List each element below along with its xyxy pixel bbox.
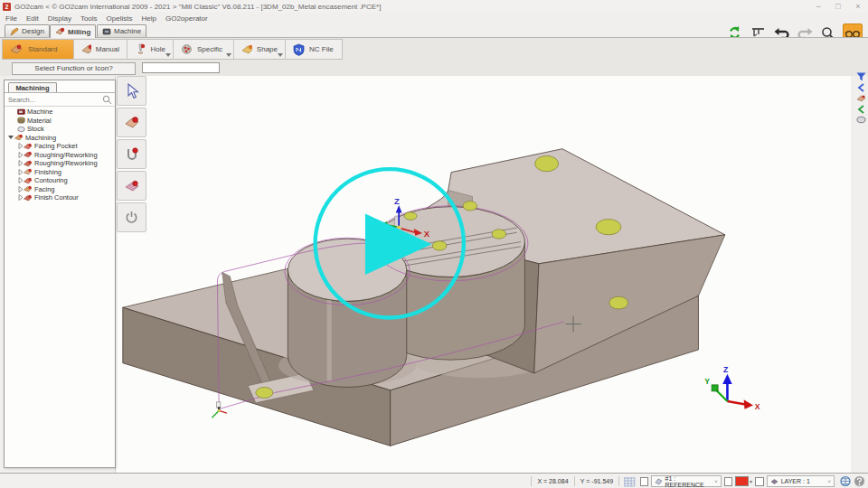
tree-label: Finish Contour	[34, 193, 79, 202]
specific-dropdown-caret[interactable]	[226, 53, 231, 57]
tree-label: Machining	[25, 134, 56, 142]
operation-icon	[24, 185, 33, 192]
stock-ring-button[interactable]	[855, 115, 867, 125]
category-standard[interactable]: Standard	[3, 40, 74, 59]
category-hole-label: Hole	[151, 45, 165, 53]
tool-definition-button[interactable]	[117, 108, 146, 137]
milling-tool-icon	[55, 27, 65, 36]
shape-dropdown-caret[interactable]	[278, 53, 283, 57]
tab-machine[interactable]: Machine	[97, 24, 146, 37]
category-specific-label: Specific	[197, 45, 222, 53]
maximize-button[interactable]: □	[828, 1, 848, 13]
clamping-icon	[125, 147, 139, 162]
category-shape[interactable]: Shape	[234, 40, 286, 59]
view-axis-triad: Z X Y	[704, 365, 760, 411]
tree-item-material[interactable]: Material	[5, 117, 115, 126]
grid-icon[interactable]	[623, 476, 635, 487]
standard-tool-icon	[10, 43, 24, 55]
tree-label: Stock	[27, 125, 44, 133]
category-specific[interactable]: Specific	[174, 40, 234, 59]
help-icon[interactable]	[854, 475, 865, 487]
tree-item-finishing[interactable]: Finishing	[5, 168, 115, 177]
globe-icon[interactable]	[839, 475, 851, 487]
tab-milling-label: Milling	[68, 28, 90, 36]
chevron-right-icon[interactable]	[16, 169, 24, 175]
color-swatch[interactable]	[735, 476, 749, 486]
layer-checkbox[interactable]	[755, 477, 764, 486]
chevron-right-icon[interactable]	[16, 143, 24, 149]
tab-design-label: Design	[22, 27, 44, 35]
tree-item-machining[interactable]: Machining	[5, 134, 115, 143]
category-standard-label: Standard	[28, 45, 57, 53]
chevron-right-icon[interactable]	[16, 177, 24, 183]
plane-select[interactable]: #1 : REFERENCE ˅	[651, 475, 721, 487]
tab-machine-label: Machine	[114, 27, 141, 35]
minimize-button[interactable]: –	[808, 1, 828, 13]
layer-select[interactable]: LAYER : 1 ˅	[767, 475, 835, 487]
filter-button[interactable]	[855, 71, 867, 81]
select-cursor-button[interactable]	[117, 76, 146, 106]
color-caret[interactable]: ▾	[750, 478, 752, 484]
view-y-label: Y	[704, 377, 710, 386]
tree-label: Machine	[27, 108, 52, 116]
menu-edit[interactable]: Edit	[26, 14, 39, 23]
part-scene: Z X Y Z X Y	[116, 76, 852, 473]
nc-file-shield-icon	[293, 43, 305, 56]
category-manual[interactable]: Manual	[74, 40, 127, 59]
view-z-label: Z	[723, 365, 729, 374]
power-button[interactable]	[117, 202, 146, 232]
chevron-right-icon[interactable]	[16, 194, 24, 201]
app-logo-icon: 2	[3, 3, 11, 11]
left-icon-strip	[117, 76, 146, 234]
chevron-right-icon[interactable]	[16, 152, 24, 158]
hole-dropdown-caret[interactable]	[165, 53, 171, 57]
category-toolbar: Standard Manual Hole Specific Shape NC F…	[0, 37, 868, 61]
menu-display[interactable]: Display	[48, 14, 71, 23]
close-button[interactable]: ×	[848, 1, 868, 13]
machining-icon	[14, 134, 24, 141]
tab-design[interactable]: Design	[5, 24, 50, 37]
menu-bar: File Edit Display Tools Opelists Help GO…	[0, 13, 868, 23]
color-checkbox[interactable]	[724, 477, 733, 486]
collapse-left-blue-button[interactable]	[855, 82, 867, 92]
category-hole[interactable]: Hole	[127, 40, 174, 59]
collapse-left-green-button[interactable]	[855, 104, 867, 114]
tree-item-facing-pocket[interactable]: Facing Pocket	[5, 142, 115, 151]
menu-go2operator[interactable]: GO2operator	[165, 14, 208, 23]
operation-icon	[24, 168, 33, 175]
function-input[interactable]	[142, 62, 220, 73]
tree-item-contouring[interactable]: Contouring	[5, 176, 115, 185]
function-prompt-button[interactable]: Select Function or Icon?	[12, 62, 136, 75]
chevron-right-icon[interactable]	[16, 186, 24, 192]
title-bar: 2 GO2cam < © GO2cam International 2009 -…	[0, 0, 868, 13]
chevron-right-icon[interactable]	[16, 160, 24, 166]
tree-search-row	[5, 93, 115, 107]
menu-file[interactable]: File	[5, 14, 17, 23]
tree-item-stock[interactable]: Stock	[5, 125, 115, 134]
simulation-button[interactable]	[117, 171, 146, 201]
tree-item-roughing-2[interactable]: Roughing/Reworking	[5, 159, 115, 168]
tree-item-finish-contour[interactable]: Finish Contour	[5, 193, 115, 202]
small-tool-button[interactable]	[855, 93, 867, 103]
category-nc-file[interactable]: NC File	[286, 40, 342, 59]
search-input[interactable]	[5, 95, 97, 105]
plane-checkbox[interactable]	[640, 477, 649, 486]
tree-label: Facing	[34, 185, 55, 193]
menu-tools[interactable]: Tools	[80, 14, 98, 23]
function-bar: Select Function or Icon?	[0, 60, 868, 76]
menu-help[interactable]: Help	[142, 14, 156, 23]
tree-item-machine[interactable]: Machine	[5, 108, 115, 117]
chevron-down-icon: ˅	[714, 479, 718, 484]
hole-tool-icon	[135, 43, 146, 55]
chevron-down-icon[interactable]	[7, 135, 14, 140]
tree-label: Roughing/Reworking	[34, 159, 98, 167]
tree-item-facing[interactable]: Facing	[5, 185, 115, 194]
tab-milling[interactable]: Milling	[50, 24, 96, 38]
clamping-button[interactable]	[117, 139, 146, 169]
collapse-left-blue-icon	[857, 83, 865, 92]
viewport-3d[interactable]: Z X Y Z X Y	[115, 76, 852, 473]
tree-label: Material	[27, 117, 52, 125]
tree-item-roughing-1[interactable]: Roughing/Reworking	[5, 151, 115, 160]
plane-icon	[655, 478, 662, 485]
menu-opelists[interactable]: Opelists	[107, 14, 133, 23]
